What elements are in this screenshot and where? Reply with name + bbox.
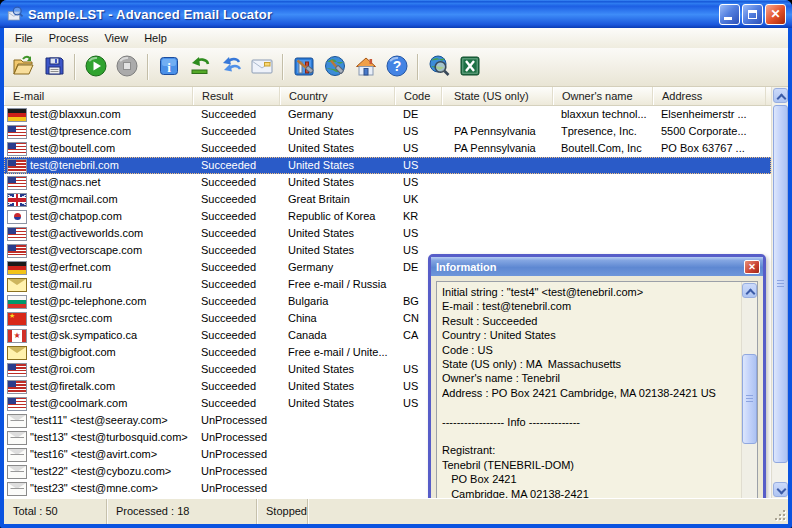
stop-button[interactable] (112, 52, 142, 82)
table-row[interactable]: test@mcmail.comSucceededGreat BritainUK (4, 191, 771, 208)
information-title: Information (436, 261, 497, 273)
cell-address: PO Box 63767 ... (653, 140, 766, 157)
help-button[interactable]: ? (382, 52, 412, 82)
cell-state (442, 157, 553, 174)
status-section-0: Total : 50 (4, 499, 107, 524)
message-button[interactable] (247, 52, 277, 82)
cell-result: Succeeded (193, 310, 280, 327)
table-row[interactable]: test@boutell.comSucceededUnited StatesUS… (4, 140, 771, 157)
whois-search-button[interactable] (424, 52, 454, 82)
info-button[interactable]: i (154, 52, 184, 82)
cell-email: "test23" <test@mne.com> (4, 480, 193, 497)
cell-result: Succeeded (193, 191, 280, 208)
table-row[interactable]: test@tpresence.comSucceededUnited States… (4, 123, 771, 140)
table-row[interactable]: test@chatpop.comSucceededRepublic of Kor… (4, 208, 771, 225)
scroll-down-button[interactable] (773, 482, 788, 497)
cell-owner (553, 191, 653, 208)
column-header-code[interactable]: Code (395, 87, 442, 105)
svg-text:?: ? (393, 58, 402, 74)
reset-button[interactable] (216, 52, 246, 82)
column-header-address[interactable]: Address (653, 87, 766, 105)
scroll-thumb[interactable] (773, 105, 788, 463)
info-icon: i (157, 54, 181, 80)
excel-export-button[interactable] (455, 52, 485, 82)
information-window[interactable]: Information ✕ Initial string : "test4" <… (428, 254, 766, 498)
menu-item-file[interactable]: File (7, 29, 41, 48)
column-header-result[interactable]: Result (193, 87, 280, 105)
maximize-button[interactable] (742, 4, 763, 25)
cell-country: United States (280, 242, 395, 259)
cell-country: United States (280, 361, 395, 378)
cell-email: test@tenebril.com (4, 157, 193, 174)
table-row[interactable]: test@blaxxun.comSucceededGermanyDEblaxxu… (4, 106, 771, 123)
info-scroll-thumb[interactable] (742, 354, 757, 444)
cell-address: Elsenheimerstr ... (653, 106, 766, 123)
close-icon: ✕ (748, 262, 756, 272)
free-email-flag-icon (8, 347, 26, 359)
cell-country: Free e-mail / Russia (280, 276, 395, 293)
resize-grip[interactable] (773, 508, 787, 522)
cell-result: UnProcessed (193, 429, 280, 446)
close-button[interactable]: ✕ (765, 4, 786, 25)
save-button[interactable] (39, 52, 69, 82)
cell-result: Succeeded (193, 327, 280, 344)
get-results-button[interactable] (185, 52, 215, 82)
app-logo-icon (6, 5, 24, 23)
open-file-button[interactable] (8, 52, 38, 82)
table-row[interactable]: test@tenebril.comSucceededUnited StatesU… (4, 157, 771, 174)
cell-owner: blaxxun technol... (553, 106, 653, 123)
minimize-button[interactable] (719, 4, 740, 25)
menu-item-view[interactable]: View (96, 29, 136, 48)
status-bar: Total : 50Processed : 18Stopped (4, 498, 788, 524)
title-bar[interactable]: Sample.LST - Advanced Email Locator ✕ (0, 0, 792, 28)
email-text: "test13" <test@turbosquid.com> (30, 429, 188, 446)
cell-result: Succeeded (193, 344, 280, 361)
table-row[interactable]: test@nacs.netSucceededUnited StatesUS (4, 174, 771, 191)
get-results-icon (188, 54, 212, 80)
cell-result: UnProcessed (193, 463, 280, 480)
cell-state (442, 174, 553, 191)
close-icon: ✕ (770, 5, 780, 24)
cell-code: US (395, 174, 442, 191)
cell-email: test@roi.com (4, 361, 193, 378)
menu-item-process[interactable]: Process (41, 29, 97, 48)
cell-email: test@erfnet.com (4, 259, 193, 276)
column-header-country[interactable]: Country (280, 87, 395, 105)
scroll-up-button[interactable] (773, 88, 788, 103)
email-text: test@srctec.com (30, 310, 112, 327)
stop-icon (115, 54, 139, 80)
cell-country: Canada (280, 327, 395, 344)
column-header-owner-s-name[interactable]: Owner's name (553, 87, 653, 105)
start-button[interactable] (81, 52, 111, 82)
canada-flag-icon (8, 330, 26, 342)
email-text: test@blaxxun.com (30, 106, 121, 123)
column-header-e-mail[interactable]: E-mail (4, 87, 193, 105)
internet-tools-button[interactable] (320, 52, 350, 82)
home-button[interactable] (351, 52, 381, 82)
usa-flag-icon (8, 160, 26, 172)
cell-result: Succeeded (193, 395, 280, 412)
information-title-bar[interactable]: Information ✕ (431, 257, 763, 276)
info-scroll-up-button[interactable] (742, 283, 757, 298)
cell-result: Succeeded (193, 259, 280, 276)
cell-email: "test22" <test@cybozu.com> (4, 463, 193, 480)
home-icon (354, 54, 378, 80)
cell-result: Succeeded (193, 361, 280, 378)
table-row[interactable]: test@activeworlds.comSucceededUnited Sta… (4, 225, 771, 242)
cell-email: test@srctec.com (4, 310, 193, 327)
cell-result: Succeeded (193, 242, 280, 259)
list-area: E-mailResultCountryCodeState (US only)Ow… (4, 87, 788, 498)
main-vertical-scrollbar[interactable] (771, 87, 788, 498)
info-vertical-scrollbar[interactable] (741, 282, 757, 498)
cell-state (442, 208, 553, 225)
menu-item-help[interactable]: Help (136, 29, 175, 48)
cell-country: United States (280, 174, 395, 191)
tools-button[interactable] (289, 52, 319, 82)
column-header-state-us-only[interactable]: State (US only) (442, 87, 553, 105)
information-close-button[interactable]: ✕ (744, 260, 760, 274)
email-text: test@vectorscape.com (30, 242, 142, 259)
germany-flag-icon (8, 109, 26, 121)
cell-country: United States (280, 378, 395, 395)
cell-code: US (395, 157, 442, 174)
cell-result: Succeeded (193, 157, 280, 174)
